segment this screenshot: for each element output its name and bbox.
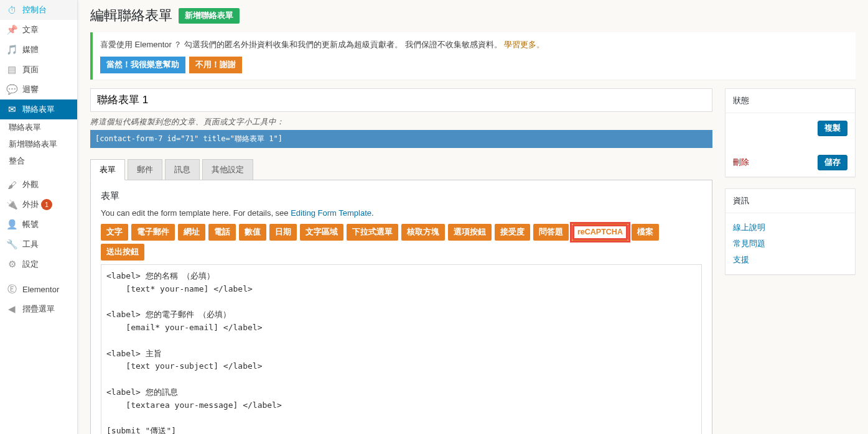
tag-number[interactable]: 數值 — [239, 224, 266, 241]
menu-tools[interactable]: 🔧工具 — [0, 234, 77, 254]
form-tabs: 表單 郵件 訊息 其他設定 — [90, 159, 712, 180]
plugin-update-badge: 1 — [41, 199, 52, 210]
submenu-item-contact-forms[interactable]: 聯絡表單 — [0, 119, 77, 136]
tab-additional[interactable]: 其他設定 — [202, 159, 253, 180]
shortcode-label: 將這個短代碼複製到您的文章、頁面或文字小工具中： — [90, 117, 712, 127]
menu-plugins[interactable]: 🔌外掛1 — [0, 195, 77, 215]
tag-date[interactable]: 日期 — [269, 224, 297, 241]
collapse-icon: ◀ — [6, 303, 17, 315]
tab-form[interactable]: 表單 — [90, 159, 125, 180]
menu-comments[interactable]: 💬迴響 — [0, 80, 77, 99]
add-new-button[interactable]: 新增聯絡表單 — [179, 8, 240, 24]
media-icon: 🎵 — [6, 44, 17, 55]
tag-tel[interactable]: 電話 — [208, 224, 236, 241]
notice-learn-more-link[interactable]: 學習更多。 — [504, 40, 544, 49]
tag-quiz[interactable]: 問答題 — [533, 224, 569, 241]
main-content: 編輯聯絡表單 新增聯絡表單 喜愛使用 Elementor ？ 勾選我們的匿名外掛… — [78, 0, 868, 434]
comment-icon: 💬 — [6, 84, 17, 95]
submenu-item-integration[interactable]: 整合 — [0, 153, 77, 170]
tag-acceptance[interactable]: 接受度 — [495, 224, 530, 241]
brush-icon: 🖌 — [6, 179, 17, 190]
menu-media[interactable]: 🎵媒體 — [0, 40, 77, 60]
menu-appearance[interactable]: 🖌外觀 — [0, 175, 77, 195]
tag-checkbox[interactable]: 核取方塊 — [401, 224, 445, 241]
info-postbox: 資訊 線上說明 常見問題 支援 — [725, 188, 856, 275]
user-icon: 👤 — [6, 219, 17, 230]
menu-posts[interactable]: 📌文章 — [0, 20, 77, 40]
delete-button[interactable]: 刪除 — [733, 157, 749, 168]
status-title: 狀態 — [726, 89, 855, 113]
info-link-docs[interactable]: 線上說明 — [733, 219, 847, 236]
gauge-icon: ⏱ — [6, 4, 17, 16]
tool-icon: 🔧 — [6, 239, 17, 250]
elementor-notice: 喜愛使用 Elementor ？ 勾選我們的匿名外掛資料收集和我們的更新成為超級… — [90, 32, 856, 80]
tag-email[interactable]: 電子郵件 — [131, 224, 175, 241]
editing-template-link[interactable]: Editing Form Template — [291, 208, 371, 218]
form-panel: 表單 You can edit the form template here. … — [90, 180, 712, 434]
menu-settings[interactable]: ⚙設定 — [0, 254, 77, 274]
tag-file[interactable]: 檔案 — [632, 224, 659, 241]
shortcode-display[interactable]: [contact-form-7 id="71" title="聯絡表單 1"] — [90, 130, 712, 148]
menu-dashboard[interactable]: ⏱控制台 — [0, 0, 77, 20]
info-title: 資訊 — [726, 189, 855, 213]
pin-icon: 📌 — [6, 24, 17, 35]
menu-users[interactable]: 👤帳號 — [0, 215, 77, 234]
page-icon: ▤ — [6, 64, 17, 75]
mail-icon: ✉ — [6, 104, 17, 115]
tag-text[interactable]: 文字 — [101, 224, 128, 241]
tag-textarea[interactable]: 文字區域 — [300, 224, 343, 241]
gear-icon: ⚙ — [6, 259, 17, 270]
menu-pages[interactable]: ▤頁面 — [0, 60, 77, 80]
form-title-input[interactable] — [90, 88, 712, 112]
plug-icon: 🔌 — [6, 199, 17, 210]
notice-text: 喜愛使用 Elementor ？ 勾選我們的匿名外掛資料收集和我們的更新成為超級… — [100, 39, 848, 52]
submenu-item-add-new[interactable]: 新增聯絡表單 — [0, 136, 77, 153]
menu-elementor[interactable]: ⒺElementor — [0, 279, 77, 299]
tab-messages[interactable]: 訊息 — [165, 159, 200, 180]
save-button[interactable]: 儲存 — [818, 155, 847, 170]
menu-collapse[interactable]: ◀摺疊選單 — [0, 299, 77, 319]
admin-sidebar: ⏱控制台 📌文章 🎵媒體 ▤頁面 💬迴響 ✉聯絡表單 聯絡表單 新增聯絡表單 整… — [0, 0, 78, 434]
tab-mail[interactable]: 郵件 — [128, 159, 162, 180]
tag-url[interactable]: 網址 — [178, 224, 205, 241]
tag-recaptcha[interactable]: reCAPTCHA — [572, 224, 628, 241]
page-header: 編輯聯絡表單 新增聯絡表單 — [90, 6, 856, 25]
info-link-faq[interactable]: 常見問題 — [733, 236, 847, 252]
info-link-support[interactable]: 支援 — [733, 252, 847, 268]
notice-yes-button[interactable]: 當然！我很樂意幫助 — [100, 57, 185, 73]
panel-description: You can edit the form template here. For… — [101, 208, 702, 218]
copy-button[interactable]: 複製 — [818, 121, 847, 136]
menu-contact-forms[interactable]: ✉聯絡表單 — [0, 99, 77, 119]
status-postbox: 狀態 複製 刪除 儲存 — [725, 88, 856, 177]
panel-heading: 表單 — [101, 190, 702, 202]
page-title: 編輯聯絡表單 — [90, 6, 172, 25]
form-template-textarea[interactable] — [101, 264, 702, 434]
tag-submit[interactable]: 送出按鈕 — [101, 244, 144, 261]
tag-generator-row: 文字 電子郵件 網址 電話 數值 日期 文字區域 下拉式選單 核取方塊 選項按鈕… — [101, 224, 702, 261]
tag-radio[interactable]: 選項按鈕 — [448, 224, 492, 241]
notice-no-button[interactable]: 不用！謝謝 — [189, 57, 242, 73]
tag-select[interactable]: 下拉式選單 — [347, 224, 398, 241]
elementor-icon: Ⓔ — [6, 284, 17, 295]
submenu-contact: 聯絡表單 新增聯絡表單 整合 — [0, 119, 77, 170]
